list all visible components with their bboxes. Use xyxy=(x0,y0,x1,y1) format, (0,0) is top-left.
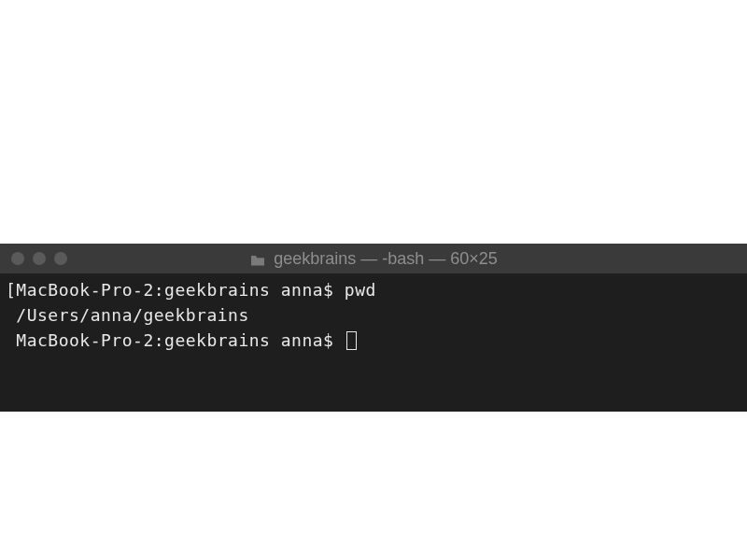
terminal-line: [MacBook-Pro-2:geekbrains anna$ pwd xyxy=(6,277,741,302)
prompt-text: MacBook-Pro-2:geekbrains anna$ xyxy=(6,330,345,350)
title-text: geekbrains — -bash — 60×25 xyxy=(274,249,498,269)
close-button[interactable] xyxy=(11,252,24,265)
window-titlebar: geekbrains — -bash — 60×25 xyxy=(0,244,747,273)
terminal-window: geekbrains — -bash — 60×25 [MacBook-Pro-… xyxy=(0,244,747,412)
terminal-body[interactable]: [MacBook-Pro-2:geekbrains anna$ pwd /Use… xyxy=(0,273,747,412)
prompt-text: MacBook-Pro-2:geekbrains anna$ xyxy=(16,280,344,300)
terminal-line: MacBook-Pro-2:geekbrains anna$ xyxy=(6,328,741,353)
maximize-button[interactable] xyxy=(54,252,67,265)
prompt-leading: [ xyxy=(6,280,16,300)
command-text: pwd xyxy=(345,280,376,300)
traffic-lights xyxy=(11,252,67,265)
cursor xyxy=(346,331,357,350)
terminal-line: /Users/anna/geekbrains xyxy=(6,302,741,328)
output-text: /Users/anna/geekbrains xyxy=(6,305,249,325)
folder-icon xyxy=(249,252,266,265)
window-title: geekbrains — -bash — 60×25 xyxy=(11,249,736,269)
minimize-button[interactable] xyxy=(33,252,46,265)
